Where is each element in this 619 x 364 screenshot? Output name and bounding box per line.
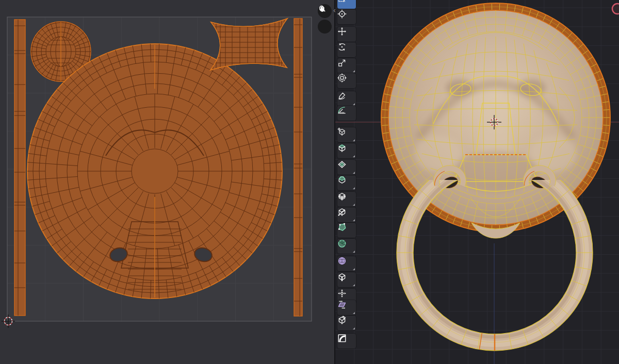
bevel-icon <box>337 175 347 185</box>
navigate-gizmo[interactable] <box>612 4 619 14</box>
scale-icon <box>337 58 347 68</box>
tool-poly-build-button[interactable] <box>337 223 356 238</box>
uv-editor[interactable]: ‹ <box>0 0 335 364</box>
editor-border[interactable] <box>334 0 335 364</box>
hand-icon <box>318 4 327 13</box>
uv-island-right-strip[interactable] <box>294 19 302 316</box>
tool-shelf <box>337 0 358 364</box>
uv-island-left-strip[interactable] <box>14 20 25 316</box>
measure-icon <box>337 106 347 115</box>
tool-transform-button[interactable] <box>337 73 356 88</box>
uv-canvas[interactable] <box>0 0 335 364</box>
viewport-canvas[interactable] <box>335 0 619 364</box>
spin-icon <box>337 239 347 248</box>
sidebar-collapse-arrow[interactable]: ‹ <box>333 7 336 14</box>
tool-extrude-region-button[interactable] <box>337 143 356 158</box>
move-icon <box>337 27 347 36</box>
tool-annotate-button[interactable] <box>337 91 356 106</box>
rip-edge-icon <box>337 334 347 343</box>
tool-edge-slide-button[interactable] <box>337 272 356 287</box>
edge-slide-icon <box>337 272 347 282</box>
tool-rotate-button[interactable] <box>337 42 356 57</box>
tool-cursor-button[interactable] <box>337 9 356 24</box>
inset-faces-icon <box>337 160 347 169</box>
tool-spin-button[interactable] <box>337 239 356 254</box>
blender-window: ‹ <box>0 0 619 364</box>
tool-inset-faces-button[interactable] <box>337 160 356 175</box>
smooth-icon <box>337 256 347 266</box>
viewport-3d[interactable] <box>335 0 619 364</box>
add-cube-icon <box>337 127 347 137</box>
poly-build-icon <box>337 223 347 232</box>
tool-select-box-button[interactable] <box>337 0 356 9</box>
shrink-fatten-icon <box>337 289 347 298</box>
extrude-region-icon <box>337 143 347 153</box>
pan-button[interactable] <box>318 20 332 34</box>
select-box-icon <box>337 0 347 3</box>
tool-measure-button[interactable] <box>337 106 356 121</box>
tool-knife-button[interactable] <box>337 207 356 222</box>
tool-add-cube-button[interactable] <box>337 127 356 142</box>
tool-shear-button[interactable] <box>337 300 356 315</box>
transform-icon <box>337 73 347 82</box>
tool-rip-edge-button[interactable] <box>337 334 356 349</box>
cursor-icon <box>337 9 347 19</box>
rotate-icon <box>337 42 347 52</box>
loop-cut-icon <box>337 192 347 201</box>
uv-island-face-disc[interactable] <box>27 44 282 299</box>
tool-rip-region-button[interactable] <box>337 316 356 330</box>
tool-loop-cut-button[interactable] <box>337 192 356 207</box>
tool-move-button[interactable] <box>337 27 356 42</box>
tool-smooth-button[interactable] <box>337 256 356 271</box>
shear-icon <box>337 300 347 309</box>
tool-bevel-button[interactable] <box>337 175 356 190</box>
annotate-icon <box>337 91 347 101</box>
rip-region-icon <box>337 316 347 325</box>
uv-editor-gizmos <box>318 4 332 34</box>
knife-icon <box>337 207 347 217</box>
tool-scale-button[interactable] <box>337 58 356 73</box>
